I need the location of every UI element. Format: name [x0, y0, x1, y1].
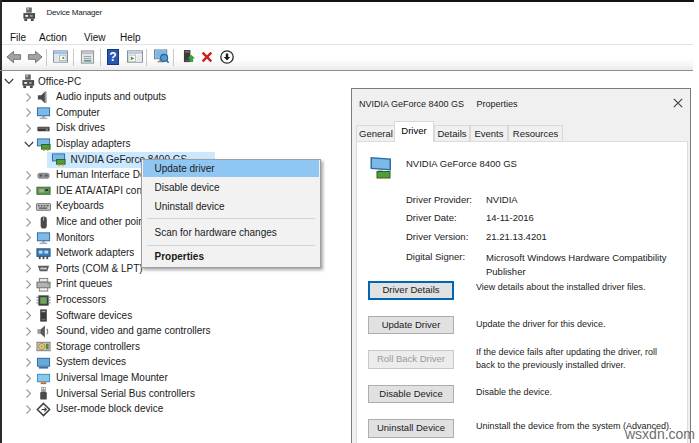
svg-text:?: ? — [109, 50, 116, 64]
